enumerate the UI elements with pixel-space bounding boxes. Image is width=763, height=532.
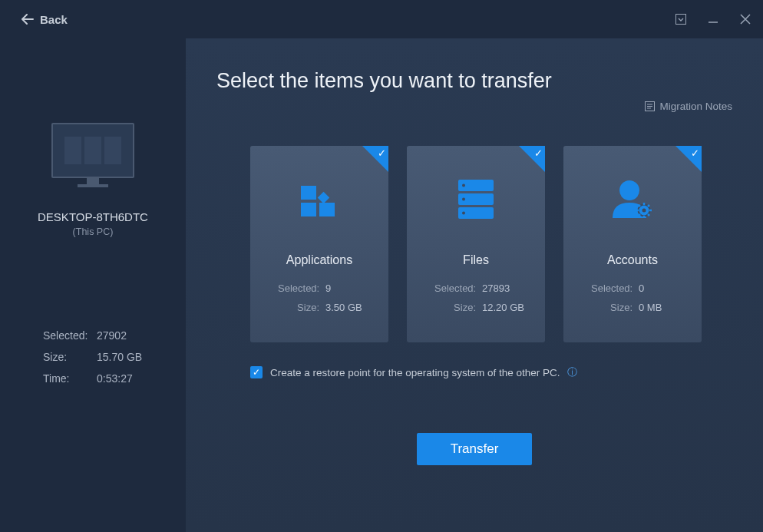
svg-rect-7 (318, 192, 330, 204)
card-size: Size:0 MB (591, 302, 702, 313)
content: DESKTOP-8TH6DTC (This PC) Selected: 2790… (0, 38, 763, 532)
help-icon[interactable]: ⓘ (567, 365, 577, 379)
card-files[interactable]: ✓ Files Selected:27893 Size:12.20 GB (407, 146, 545, 342)
cards-row: ✓ Applications Selected:9 Size:3.50 GB (250, 146, 732, 342)
main-panel: Select the items you want to transfer Mi… (186, 38, 763, 532)
dropdown-button[interactable] (672, 11, 689, 28)
sidebar: DESKTOP-8TH6DTC (This PC) Selected: 2790… (0, 38, 186, 532)
transfer-button[interactable]: Transfer (417, 433, 532, 465)
svg-rect-8 (301, 203, 316, 216)
svg-point-13 (462, 184, 465, 187)
card-applications[interactable]: ✓ Applications Selected:9 Size:3.50 GB (250, 146, 388, 342)
card-title: Accounts (607, 253, 658, 267)
applications-icon (296, 169, 342, 230)
titlebar: Back (0, 0, 763, 38)
card-selected: Selected:27893 (434, 283, 545, 294)
accounts-icon (608, 169, 657, 230)
pc-monitor-icon (51, 123, 134, 192)
stat-selected: Selected: 27902 (43, 329, 186, 342)
close-button[interactable] (737, 11, 754, 28)
restore-checkbox[interactable]: ✓ (250, 366, 263, 378)
minimize-icon (708, 14, 718, 25)
check-icon: ✓ (534, 147, 543, 159)
notes-icon (645, 101, 655, 111)
svg-line-24 (648, 214, 649, 216)
svg-rect-9 (319, 203, 335, 216)
check-icon: ✓ (378, 147, 386, 159)
svg-line-26 (639, 214, 640, 216)
restore-label: Create a restore point for the operating… (270, 367, 560, 378)
files-icon (455, 169, 497, 230)
arrow-left-icon (21, 14, 34, 25)
back-button[interactable]: Back (21, 13, 68, 26)
notes-label: Migration Notes (659, 101, 732, 112)
svg-rect-0 (676, 15, 686, 25)
svg-line-25 (648, 205, 649, 207)
card-size: Size:12.20 GB (434, 302, 545, 313)
migration-notes-link[interactable]: Migration Notes (645, 101, 732, 112)
stat-size: Size: 15.70 GB (43, 351, 186, 363)
svg-point-15 (462, 212, 465, 215)
card-title: Files (463, 253, 489, 267)
card-title: Applications (286, 253, 352, 267)
svg-point-18 (642, 209, 646, 213)
svg-point-16 (619, 180, 639, 200)
close-icon (739, 13, 751, 25)
restore-point-row: ✓ Create a restore point for the operati… (250, 365, 732, 379)
card-size: Size:3.50 GB (278, 302, 388, 313)
stat-time: Time: 0:53:27 (43, 372, 186, 385)
window-controls (672, 11, 754, 28)
pc-subtitle: (This PC) (73, 226, 114, 237)
svg-rect-6 (301, 186, 316, 200)
chevron-box-icon (675, 14, 686, 25)
pc-name: DESKTOP-8TH6DTC (38, 210, 148, 223)
card-selected: Selected:9 (278, 283, 388, 294)
check-icon: ✓ (691, 147, 699, 159)
svg-line-23 (639, 205, 640, 207)
back-label: Back (40, 13, 68, 26)
page-title: Select the items you want to transfer (216, 69, 732, 93)
minimize-button[interactable] (705, 11, 722, 28)
card-accounts[interactable]: ✓ (563, 146, 702, 342)
summary-stats: Selected: 27902 Size: 15.70 GB Time: 0:5… (0, 329, 186, 385)
svg-point-14 (462, 198, 465, 201)
card-selected: Selected:0 (591, 283, 702, 294)
